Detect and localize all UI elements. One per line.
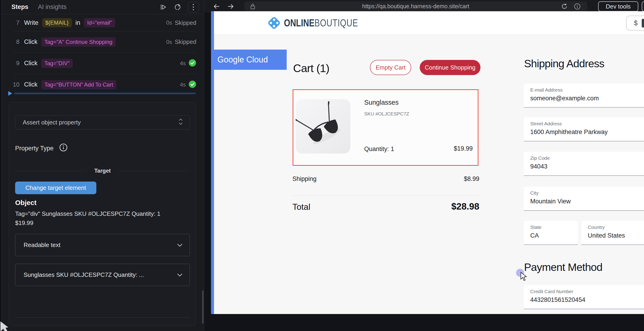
url-text: https://qa.boutique.harness-demo.site/ca… xyxy=(244,3,587,10)
step-status-group: 0sSkipped xyxy=(166,19,196,27)
reload-icon[interactable] xyxy=(561,3,568,11)
object-heading: Object xyxy=(15,199,36,207)
kebab-dots-icon xyxy=(192,4,194,11)
shipping-address-heading: Shipping Address xyxy=(524,57,604,70)
site-header: ONLINEBOUTIQUE $ xyxy=(211,11,644,35)
lock-icon xyxy=(250,3,256,11)
currency-selector[interactable]: $ xyxy=(626,16,644,31)
field-label: Street Address xyxy=(530,121,644,127)
step-duration: 4s xyxy=(180,82,186,88)
step-number: 7 xyxy=(12,19,20,27)
forward-arrow-icon[interactable] xyxy=(226,3,234,10)
step-duration: 0s xyxy=(166,39,172,45)
step-properties-card: Assert object property Property Type Tar… xyxy=(9,102,196,326)
field-label: Country xyxy=(588,224,644,230)
step-duration: 4s xyxy=(180,60,186,67)
step-status-group: 4s xyxy=(180,59,196,68)
target-label: Target xyxy=(94,168,111,174)
address-field-city[interactable]: CityMountain View xyxy=(524,187,644,211)
selector-badge: Tag="DIV" xyxy=(41,59,73,68)
total-price: $28.98 xyxy=(292,201,479,212)
info-icon[interactable] xyxy=(59,143,68,153)
tab-ai-insights[interactable]: AI insights xyxy=(38,4,67,11)
run-icon[interactable] xyxy=(160,3,167,11)
selector-badge: Tag="BUTTON" Add To Cart xyxy=(41,80,116,89)
product-sku: SKU #OLJCESPC7Z xyxy=(364,111,409,117)
back-arrow-icon[interactable] xyxy=(213,3,221,10)
field-value: CA xyxy=(530,232,578,239)
play-cursor-icon xyxy=(8,91,12,96)
brand-online: ONLINE xyxy=(284,17,314,29)
property-type-label: Property Type xyxy=(15,145,54,152)
browser-chrome: https://qa.boutique.harness-demo.site/ca… xyxy=(204,0,644,13)
step-row[interactable]: 8ClickTag="A" Continue Shopping0sSkipped xyxy=(0,31,204,53)
step-row[interactable]: 9ClickTag="DIV"4s xyxy=(0,53,204,74)
passed-check-icon xyxy=(188,59,196,68)
product-image xyxy=(296,99,350,154)
field-value: United States xyxy=(588,232,644,239)
change-target-button[interactable]: Change target element xyxy=(15,182,96,194)
rerun-icon[interactable] xyxy=(174,3,182,11)
steps-list: 7Write${EMAIL}inId="email"0sSkipped8Clic… xyxy=(0,14,204,95)
devtools-button[interactable]: Dev tools xyxy=(598,2,638,12)
credit-card-field[interactable]: Credit Card Number 4432801561520454 xyxy=(524,285,644,309)
step-row[interactable]: 7Write${EMAIL}inId="email"0sSkipped xyxy=(0,14,204,31)
product-name: Sunglasses xyxy=(364,99,398,106)
address-field-country[interactable]: CountryUnited States xyxy=(582,221,644,245)
empty-cart-button[interactable]: Empty Cart xyxy=(370,60,411,75)
field-label: State xyxy=(530,224,578,230)
address-field-zip[interactable]: Zip Code94043 xyxy=(524,152,644,176)
step-number: 9 xyxy=(12,60,20,67)
cart-title: Cart (1) xyxy=(293,62,329,75)
address-field-state[interactable]: StateCA xyxy=(524,221,578,245)
execution-progress-row xyxy=(0,91,204,96)
address-field-email[interactable]: E-mail Addresssomeone@example.com xyxy=(524,84,644,108)
step-action-text: Click xyxy=(24,38,38,46)
field-value: 94043 xyxy=(530,163,644,170)
credit-card-label: Credit Card Number xyxy=(530,289,644,294)
credit-card-value: 4432801561520454 xyxy=(530,296,644,303)
product-quantity: Quantity: 1 xyxy=(364,146,394,153)
object-value-dropdown[interactable]: Sunglasses SKU #OLJCESPC7Z Quantity: ... xyxy=(15,264,190,286)
continue-shopping-button[interactable]: Continue Shopping xyxy=(420,60,480,75)
url-bar[interactable]: https://qa.boutique.harness-demo.site/ca… xyxy=(244,2,587,11)
currency-symbol: $ xyxy=(634,19,638,27)
card-bottom-divider xyxy=(15,317,190,318)
panel-header: Steps AI insights xyxy=(0,0,204,14)
step-status-group: 4s xyxy=(180,80,196,89)
payment-method-heading: Payment Method xyxy=(524,261,602,273)
assert-type-select[interactable]: Assert object property xyxy=(15,115,190,129)
pointer-cursor-icon xyxy=(519,271,528,282)
field-value: 1600 Amphitheatre Parkway xyxy=(530,129,644,136)
address-field-street[interactable]: Street Address1600 Amphitheatre Parkway xyxy=(524,117,644,141)
field-label: City xyxy=(530,190,644,196)
step-action-text: in xyxy=(76,19,80,27)
tab-steps[interactable]: Steps xyxy=(12,4,28,11)
page-info-icon[interactable] xyxy=(574,3,581,11)
google-cloud-badge: Google Cloud xyxy=(211,50,287,70)
chevron-down-icon xyxy=(177,241,183,249)
shipping-price: $8.99 xyxy=(292,175,479,182)
step-action-text: Click xyxy=(24,81,38,88)
step-number: 10 xyxy=(12,81,20,88)
panel-scrollbar[interactable] xyxy=(202,290,204,324)
product-price: $19.99 xyxy=(454,145,473,152)
field-value: Mountain View xyxy=(530,198,644,205)
readable-text-value: Readable text xyxy=(24,241,60,249)
readable-text-dropdown[interactable]: Readable text xyxy=(15,234,190,256)
brand-wordmark[interactable]: ONLINEBOUTIQUE xyxy=(284,17,358,29)
mouse-cursor-icon xyxy=(0,321,9,331)
selector-badge: Id="email" xyxy=(84,18,115,27)
field-label: E-mail Address xyxy=(530,87,644,93)
online-boutique-logo-icon[interactable] xyxy=(267,15,282,32)
step-status-label: Skipped xyxy=(175,38,196,46)
cart-icon xyxy=(642,19,644,28)
select-updown-icon xyxy=(178,118,183,127)
summary-divider xyxy=(292,195,479,196)
kebab-menu-button[interactable] xyxy=(188,2,199,13)
cart-item-highlighted[interactable]: Sunglasses SKU #OLJCESPC7Z Quantity: 1 $… xyxy=(293,89,478,166)
chevron-down-icon xyxy=(177,271,183,278)
field-label: Zip Code xyxy=(530,155,644,161)
partial-button[interactable] xyxy=(642,2,644,12)
step-status-group: 0sSkipped xyxy=(166,38,196,46)
